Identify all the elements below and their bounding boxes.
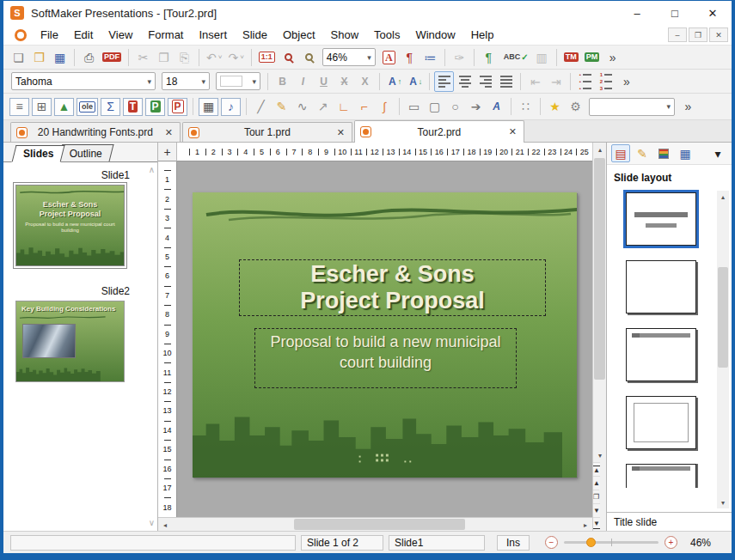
table-frame-icon[interactable]: ⊞ <box>32 98 52 116</box>
layout-scroll-track[interactable] <box>717 203 729 496</box>
align-left-button[interactable] <box>434 71 454 92</box>
design-pane-button[interactable]: ✎ <box>633 144 652 162</box>
select-objects-icon[interactable]: ∷ <box>516 96 536 117</box>
character-icon[interactable]: A <box>379 47 399 68</box>
arrow-icon[interactable]: ↗ <box>313 96 333 117</box>
first-slide-button[interactable]: ▲ <box>593 462 600 476</box>
vertical-scroll-thumb[interactable] <box>594 158 605 380</box>
justify-button[interactable] <box>496 71 516 92</box>
freehand-icon[interactable]: ✎ <box>272 96 291 117</box>
align-center-button[interactable] <box>455 71 475 92</box>
text-frame-icon[interactable]: ≡ <box>9 98 29 116</box>
format-overflow-icon[interactable]: » <box>616 71 636 92</box>
font-color-combobox[interactable]: ▾ <box>216 72 260 90</box>
document-tab[interactable]: Tour2.prd✕ <box>354 120 524 143</box>
menu-view[interactable]: View <box>101 26 140 44</box>
textart-icon[interactable]: A <box>487 96 506 117</box>
favorites-icon[interactable]: ★ <box>545 96 565 117</box>
color-scheme-pane-button[interactable] <box>654 144 673 162</box>
placeholder-frame-icon[interactable]: P <box>145 98 165 116</box>
paragraph-icon[interactable]: ¶ <box>400 47 420 68</box>
grow-font-button[interactable]: A↑ <box>384 71 404 92</box>
zoom-icon[interactable] <box>299 47 319 68</box>
actual-size-icon[interactable]: 1:1 <box>256 47 278 68</box>
picture-frame-icon[interactable]: ▲ <box>54 98 74 116</box>
layout-pane-button[interactable]: ▤ <box>611 144 630 162</box>
mdi-close-button[interactable]: ✕ <box>709 27 728 42</box>
export-pdf-icon[interactable]: PDF <box>100 47 124 68</box>
placeholder-outline-frame-icon[interactable]: P <box>168 98 187 116</box>
menu-window[interactable]: Window <box>407 26 462 44</box>
media-frame-icon[interactable]: ▦ <box>199 98 218 116</box>
bullet-list-button[interactable]: ••• <box>575 71 595 92</box>
panel-tab-outline[interactable]: Outline <box>58 144 114 161</box>
panel-scroll-up-icon[interactable]: ∧ <box>149 166 155 174</box>
layout-scroll-up-icon[interactable]: ▴ <box>717 191 729 203</box>
menu-edit[interactable]: Edit <box>66 26 101 44</box>
elbow-arrow-connector-icon[interactable]: ⌐ <box>354 96 374 117</box>
slide-title-frame[interactable]: Escher & Sons Project Proposal <box>239 259 546 316</box>
menu-insert[interactable]: Insert <box>191 26 235 44</box>
object-name-combobox[interactable]: ▾ <box>589 98 675 116</box>
close-tab-icon[interactable]: ✕ <box>163 127 175 138</box>
elbow-connector-icon[interactable]: ∟ <box>334 96 353 117</box>
menu-format[interactable]: Format <box>140 26 191 44</box>
layout-scroll-down-icon[interactable]: ▾ <box>717 496 729 508</box>
zoom-combobox[interactable]: 46%▾ <box>322 48 376 66</box>
zoom-in-button[interactable]: + <box>665 536 677 549</box>
goto-slide-button[interactable]: ❐ <box>593 490 599 503</box>
close-tab-icon[interactable]: ✕ <box>507 126 518 137</box>
print-icon[interactable]: ⎙ <box>79 47 99 68</box>
shrink-font-button[interactable]: A↓ <box>405 71 425 92</box>
scroll-up-icon[interactable]: ▴ <box>593 143 607 156</box>
open-icon[interactable]: ❒ <box>29 47 49 68</box>
numbered-list-button[interactable]: 123 <box>596 71 616 92</box>
layout-title-only[interactable] <box>626 328 696 381</box>
rounded-rectangle-icon[interactable]: ▢ <box>425 96 444 117</box>
zoom-out-button[interactable]: − <box>545 536 558 549</box>
curve-icon[interactable]: ∿ <box>292 96 312 117</box>
font-size-combobox[interactable]: 18▾ <box>162 72 210 90</box>
minimize-button[interactable]: – <box>618 1 656 25</box>
slide-subtitle-frame[interactable]: Proposal to build a new municipal court … <box>254 328 517 388</box>
ole-frame-icon[interactable]: ole <box>77 98 98 116</box>
planmaker-icon[interactable]: PM <box>582 47 603 68</box>
textmaker-icon[interactable]: TM <box>561 47 581 68</box>
save-icon[interactable]: ▦ <box>50 47 70 68</box>
last-slide-button[interactable]: ▼ <box>593 517 600 531</box>
panel-scroll-down-icon[interactable]: ∨ <box>149 519 155 527</box>
bullets-numbering-icon[interactable]: ≔ <box>420 47 440 68</box>
menu-file[interactable]: File <box>33 26 66 44</box>
mdi-restore-button[interactable]: ❐ <box>689 27 707 42</box>
slide-canvas-page[interactable]: Escher & Sons Project Proposal Proposal … <box>193 192 577 478</box>
layout-content-frame[interactable] <box>626 396 696 449</box>
layout-title-subtitle[interactable] <box>626 192 696 246</box>
layout-scroll-thumb[interactable] <box>718 267 728 367</box>
layout-blank[interactable] <box>626 260 696 313</box>
zoom-slider-track[interactable] <box>564 541 658 544</box>
zoom-slider-handle[interactable] <box>586 538 596 547</box>
standard-overflow-icon[interactable]: » <box>603 47 622 68</box>
horizontal-scroll-track[interactable] <box>172 518 579 531</box>
mdi-minimize-button[interactable]: – <box>668 27 687 42</box>
menu-help[interactable]: Help <box>463 26 502 44</box>
close-tab-icon[interactable]: ✕ <box>335 127 346 138</box>
autoshapes-icon[interactable]: ➔ <box>466 96 486 117</box>
textart-frame-icon[interactable]: T <box>123 98 143 116</box>
previous-slide-button[interactable]: ▲ <box>593 476 600 490</box>
menu-object[interactable]: Object <box>275 26 323 44</box>
layout-title-content[interactable] <box>626 464 696 488</box>
menu-tools[interactable]: Tools <box>366 26 407 44</box>
formula-frame-icon[interactable]: Σ <box>101 98 120 116</box>
new-document-icon[interactable]: ❏ <box>9 47 28 68</box>
slide-2-thumbnail[interactable]: Key Building Considerations <box>15 301 125 382</box>
align-right-button[interactable] <box>475 71 495 92</box>
menu-show[interactable]: Show <box>323 26 367 44</box>
rectangle-icon[interactable]: ▭ <box>404 96 424 117</box>
line-icon[interactable]: ╱ <box>251 96 271 117</box>
font-name-combobox[interactable]: Tahoma▾ <box>11 72 156 90</box>
next-slide-button[interactable]: ▼ <box>593 503 600 517</box>
document-tab[interactable]: Tour 1.prd✕ <box>182 122 352 142</box>
crosshair-icon[interactable]: + <box>158 143 177 161</box>
scroll-left-icon[interactable]: ◂ <box>158 518 172 532</box>
